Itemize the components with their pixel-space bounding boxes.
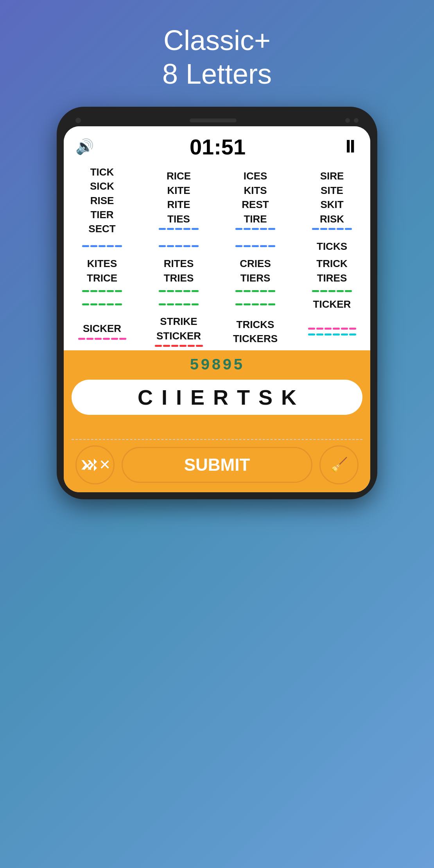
col2-dash-4 bbox=[159, 226, 199, 232]
col2-words-4: RICE KITE RITE TIES bbox=[140, 163, 217, 238]
col2-green-dash2 bbox=[159, 301, 199, 307]
green-dash-row2: TICKER bbox=[64, 296, 370, 313]
col3-blue-dash2 bbox=[235, 243, 275, 249]
col1-green-dash2 bbox=[82, 301, 122, 307]
col4-pink-dash bbox=[308, 326, 356, 332]
camera-dot bbox=[75, 118, 81, 123]
col3-dash-4 bbox=[235, 226, 275, 232]
score-display: 59895 bbox=[190, 357, 244, 374]
sensor-dot-1 bbox=[345, 118, 350, 123]
rack-letter-t[interactable]: T bbox=[237, 385, 250, 409]
word-input-line bbox=[72, 420, 362, 440]
six-letter-section: SICKER STRIKE STICKER TRICKS TICKERS bbox=[64, 313, 370, 350]
shuffle-button[interactable]: ✕ ✕ bbox=[75, 445, 115, 484]
col4-dash-4 bbox=[312, 226, 352, 232]
phone-screen: 🔊 01:51 ⏸ TICK SICK RISE TIER SECT RICE … bbox=[64, 126, 370, 492]
words-area: TICK SICK RISE TIER SECT RICE KITE RITE … bbox=[64, 163, 370, 350]
game-header: 🔊 01:51 ⏸ bbox=[64, 126, 370, 163]
four-letter-section: TICK SICK RISE TIER SECT RICE KITE RITE … bbox=[64, 163, 370, 238]
col4-cyan-dash bbox=[308, 332, 356, 337]
rack-letter-s[interactable]: S bbox=[258, 385, 273, 409]
col1-words-4: TICK SICK RISE TIER SECT bbox=[64, 163, 140, 238]
five-letter-section: KITES TRICE RITES TRIES CRIES TIERS TRIC… bbox=[64, 255, 370, 287]
bottom-buttons: ✕ ✕ SUBMIT 🧹 bbox=[72, 445, 362, 484]
col4-words-4: SIRE SITE SKIT RISK bbox=[294, 163, 370, 238]
rack-letter-i2[interactable]: I bbox=[176, 385, 182, 409]
submit-button[interactable]: SUBMIT bbox=[122, 447, 312, 483]
rack-letter-r[interactable]: R bbox=[213, 385, 228, 409]
green-dash-row1 bbox=[64, 287, 370, 296]
phone-top-bar bbox=[64, 118, 370, 123]
delete-button[interactable]: 🧹 bbox=[319, 445, 359, 484]
col3-green-dash2 bbox=[235, 301, 275, 307]
game-title: Classic+ 8 Letters bbox=[162, 23, 272, 91]
phone-frame: 🔊 01:51 ⏸ TICK SICK RISE TIER SECT RICE … bbox=[57, 107, 377, 499]
rack-letter-e[interactable]: E bbox=[190, 385, 204, 409]
rack-letter-k[interactable]: K bbox=[281, 385, 296, 409]
col2-red-dash bbox=[155, 343, 203, 349]
letter-rack: C I I E R T S K bbox=[72, 380, 362, 415]
col3-words-4: ICES KITS REST TIRE bbox=[217, 163, 294, 238]
blue-dash-row: TICKS bbox=[64, 238, 370, 255]
pause-button[interactable]: ⏸ bbox=[341, 137, 359, 156]
rack-letter-c[interactable]: C bbox=[138, 385, 153, 409]
sound-icon[interactable]: 🔊 bbox=[75, 138, 94, 155]
col1-pink-dash bbox=[78, 336, 126, 342]
title-area: Classic+ 8 Letters bbox=[162, 23, 272, 91]
speaker-bar bbox=[190, 118, 237, 122]
col1-green-dash bbox=[82, 288, 122, 294]
col1-blue-dash bbox=[82, 243, 122, 249]
col2-green-dash bbox=[159, 288, 199, 294]
svg-text:✕: ✕ bbox=[81, 458, 93, 473]
bottom-area: 59895 C I I E R T S K ✕ ✕ bbox=[64, 350, 370, 492]
timer-display: 01:51 bbox=[190, 134, 246, 160]
sensor-dot-2 bbox=[354, 118, 359, 123]
rack-letter-i1[interactable]: I bbox=[161, 385, 167, 409]
sensor-group bbox=[345, 118, 359, 123]
col4-green-dash bbox=[312, 288, 352, 294]
col2-blue-dash2 bbox=[159, 243, 199, 249]
col3-green-dash bbox=[235, 288, 275, 294]
